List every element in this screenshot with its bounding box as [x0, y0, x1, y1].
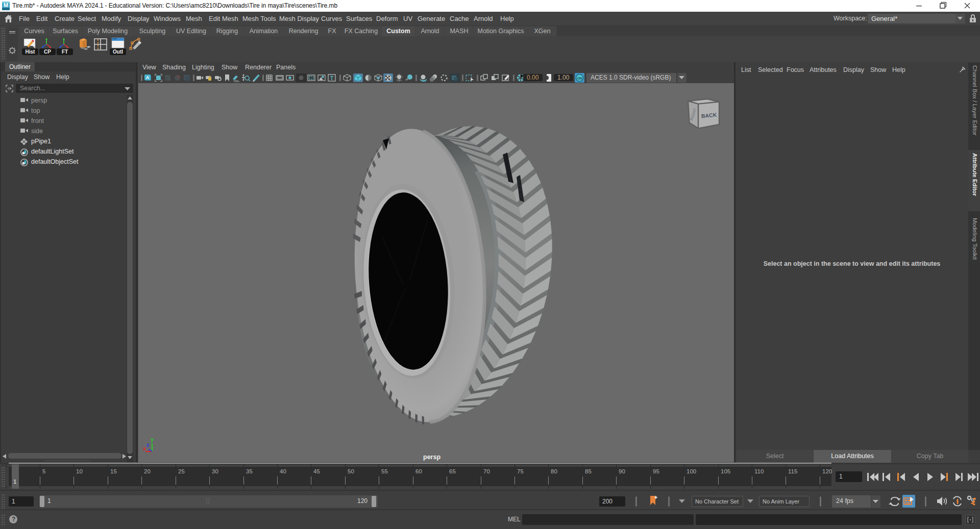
svg-text:ON: ON: [577, 77, 582, 80]
svg-text:T: T: [330, 75, 333, 81]
svg-text:z: z: [146, 442, 150, 448]
svg-text:x: x: [143, 445, 146, 451]
svg-text:y: y: [151, 436, 154, 442]
svg-text:A: A: [146, 75, 150, 80]
